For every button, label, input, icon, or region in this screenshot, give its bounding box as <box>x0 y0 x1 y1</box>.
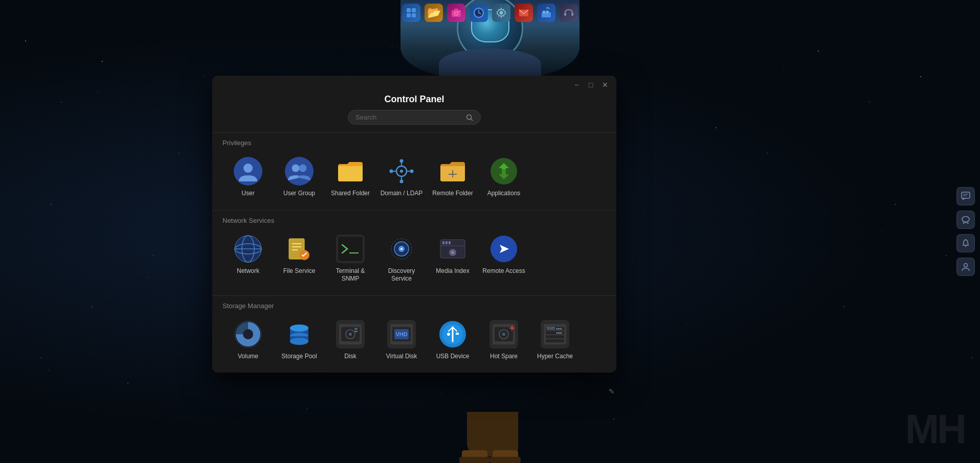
svg-rect-116 <box>456 333 459 335</box>
domain-ldap-item[interactable]: Domain / LDAP <box>376 153 427 202</box>
media-index-label: Media Index <box>436 267 469 275</box>
svg-rect-24 <box>412 13 416 17</box>
minimize-button[interactable]: − <box>571 80 582 90</box>
applications-item[interactable]: Applications <box>478 153 529 202</box>
svg-point-85 <box>451 251 454 254</box>
svg-rect-129 <box>556 332 562 334</box>
notification-sidebar-btn[interactable] <box>956 234 975 252</box>
hyper-cache-icon-container: SSD <box>541 320 569 349</box>
camera-app-icon[interactable] <box>447 4 465 22</box>
discovery-service-item[interactable]: Discovery Service <box>376 230 427 287</box>
storage-manager-section: Storage Manager Volume <box>212 295 616 373</box>
remote-folder-item[interactable]: Remote Folder <box>427 153 478 202</box>
profile-sidebar-btn[interactable] <box>956 258 975 276</box>
svg-rect-127 <box>546 339 564 342</box>
storage-pool-label: Storage Pool <box>281 353 317 361</box>
taskbar: 📂 <box>0 0 980 26</box>
settings-gear-icon[interactable] <box>492 4 510 22</box>
discovery-service-label: Discovery Service <box>378 267 425 283</box>
usb-device-item[interactable]: USB Device <box>427 316 478 365</box>
discovery-icon-container <box>387 235 416 263</box>
window-title: Control Panel <box>212 94 616 110</box>
svg-point-46 <box>964 264 968 267</box>
file-manager-icon[interactable]: 📂 <box>425 4 443 22</box>
user-icon-container <box>234 157 262 186</box>
message-sidebar-btn[interactable] <box>956 211 975 229</box>
right-sidebar <box>956 187 975 276</box>
network-services-grid: Network File Service <box>222 230 606 287</box>
svg-rect-38 <box>564 13 566 16</box>
svg-text:SSD: SSD <box>547 326 555 331</box>
file-service-item[interactable]: File Service <box>274 230 325 287</box>
volume-item[interactable]: Volume <box>222 316 274 365</box>
package-manager-icon[interactable] <box>402 4 420 22</box>
svg-point-50 <box>243 164 253 173</box>
terminal-snmp-label: Terminal & SNMP <box>327 267 374 283</box>
svg-point-91 <box>502 247 506 251</box>
svg-rect-21 <box>407 8 411 12</box>
window-titlebar: − □ ✕ <box>212 76 616 94</box>
search-icon <box>466 114 473 121</box>
network-item[interactable]: Network <box>222 230 274 287</box>
shared-folder-icon-container <box>336 157 365 186</box>
maximize-button[interactable]: □ <box>586 80 596 90</box>
terminal-snmp-item[interactable]: Terminal & SNMP <box>325 230 376 287</box>
virtual-disk-icon-container: VHD <box>387 320 416 349</box>
headset-app-icon[interactable] <box>560 4 578 22</box>
usb-icon-container <box>438 320 467 349</box>
user-group-icon-container <box>285 157 314 186</box>
usb-device-label: USB Device <box>436 353 470 361</box>
svg-rect-28 <box>454 9 458 11</box>
storage-pool-item[interactable]: Storage Pool <box>274 316 325 365</box>
svg-rect-37 <box>546 11 549 13</box>
svg-text:VHD: VHD <box>395 331 407 337</box>
terminal-icon-container <box>336 235 365 263</box>
clock-icon[interactable] <box>470 4 488 22</box>
svg-point-99 <box>290 338 308 345</box>
container-icon[interactable] <box>537 4 555 22</box>
svg-point-29 <box>459 11 460 12</box>
svg-point-93 <box>243 329 253 339</box>
mail-icon[interactable] <box>515 4 533 22</box>
privileges-grid: User User Group <box>222 153 606 202</box>
volume-icon-container <box>234 320 262 349</box>
disk-label: Disk <box>344 353 356 361</box>
svg-rect-105 <box>354 331 358 332</box>
remote-folder-label: Remote Folder <box>432 190 473 198</box>
network-icon-container <box>234 235 262 263</box>
remote-folder-icon-container <box>438 157 467 186</box>
svg-point-61 <box>400 180 404 183</box>
media-index-item[interactable]: Media Index <box>427 230 478 287</box>
shared-folder-item[interactable]: Shared Folder <box>325 153 376 202</box>
user-item[interactable]: User <box>222 153 274 202</box>
search-input[interactable] <box>355 113 466 121</box>
file-service-icon-container <box>285 235 314 263</box>
svg-rect-86 <box>442 241 444 244</box>
svg-point-63 <box>410 170 414 173</box>
media-icon-container <box>438 235 467 263</box>
chat-sidebar-btn[interactable] <box>956 187 975 205</box>
svg-rect-39 <box>571 13 573 16</box>
edit-icon: ✎ <box>609 387 615 396</box>
svg-rect-36 <box>543 11 545 13</box>
remote-access-icon-container <box>489 235 518 263</box>
svg-point-97 <box>290 325 308 332</box>
user-group-item[interactable]: User Group <box>274 153 325 202</box>
disk-icon-container <box>336 320 365 349</box>
remote-access-item[interactable]: Remote Access <box>478 230 529 287</box>
svg-point-62 <box>390 170 393 173</box>
svg-rect-23 <box>407 13 411 17</box>
watermark: MH <box>905 406 965 453</box>
file-service-label: File Service <box>283 267 316 275</box>
svg-rect-126 <box>546 335 564 338</box>
virtual-disk-item[interactable]: VHD Virtual Disk <box>376 316 427 365</box>
hyper-cache-item[interactable]: SSD Hyper Cache <box>529 316 581 365</box>
svg-point-51 <box>285 157 314 186</box>
hot-spare-item[interactable]: Hot Spare <box>478 316 529 365</box>
disk-item[interactable]: Disk <box>325 316 376 365</box>
applications-icon-container <box>489 157 518 186</box>
svg-rect-128 <box>556 328 562 330</box>
svg-point-103 <box>349 333 352 336</box>
svg-point-55 <box>400 170 403 173</box>
close-button[interactable]: ✕ <box>600 80 610 90</box>
